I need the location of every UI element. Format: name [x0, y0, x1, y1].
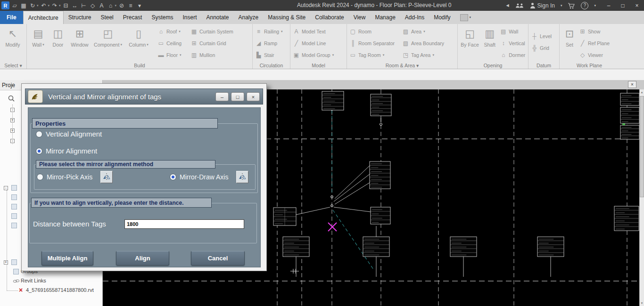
- tool-wall-opening[interactable]: ▤Wall: [500, 25, 526, 37]
- scroll-down-icon[interactable]: ▼: [640, 300, 644, 306]
- tool-model-line[interactable]: ╱Model Line: [293, 37, 343, 49]
- dialog-minimize-button[interactable]: –: [215, 92, 229, 101]
- radio-unselected-icon[interactable]: [36, 131, 42, 137]
- tab-manage[interactable]: Manage: [370, 11, 400, 24]
- radio-selected-icon[interactable]: [170, 174, 176, 180]
- tool-tag-room[interactable]: ▭Tag Room▾: [349, 49, 400, 61]
- tool-area-boundary[interactable]: ▧Area Boundary: [402, 37, 451, 49]
- tool-ref-plane[interactable]: ╱Ref Plane: [579, 37, 612, 49]
- tool-tag-area[interactable]: ◳Tag Area▾: [402, 49, 451, 61]
- measure-icon[interactable]: ↔: [71, 1, 79, 9]
- scrollbar-thumb[interactable]: [640, 96, 644, 197]
- radio-unselected-icon[interactable]: [37, 174, 43, 180]
- tool-dormer[interactable]: ⌂Dormer: [500, 49, 526, 61]
- tab-architecture[interactable]: Architecture: [23, 11, 64, 24]
- back-arrow-icon[interactable]: ◀: [506, 3, 509, 8]
- dimension-icon[interactable]: ⊢: [80, 1, 88, 9]
- cancel-button[interactable]: Cancel: [191, 251, 245, 266]
- tab-precast[interactable]: Precast: [118, 11, 147, 24]
- align-button[interactable]: Align: [116, 251, 169, 266]
- tab-annotate[interactable]: Annotate: [201, 11, 233, 24]
- mirror-pick-axis-option[interactable]: Mirror-Pick Axis: [37, 171, 113, 183]
- tool-ramp[interactable]: ◢Ramp: [255, 37, 288, 49]
- tool-curtain-grid[interactable]: ⊞Curtain Grid: [190, 37, 238, 49]
- radio-selected-icon[interactable]: [36, 148, 42, 154]
- cart-icon[interactable]: [568, 2, 575, 9]
- distance-input[interactable]: [124, 219, 244, 229]
- revit-app-icon[interactable]: R: [1, 1, 9, 9]
- save-icon[interactable]: ▦: [20, 1, 27, 9]
- tool-model-text[interactable]: AModel Text: [293, 25, 343, 37]
- tool-modify[interactable]: ↖ Modify: [2, 25, 23, 48]
- tab-analyze[interactable]: Analyze: [234, 11, 264, 24]
- tab-insert[interactable]: Insert: [178, 11, 201, 24]
- tag-icon[interactable]: ◇: [89, 1, 97, 9]
- section-icon[interactable]: ⊘: [118, 1, 125, 9]
- tab-collaborate[interactable]: Collaborate: [310, 11, 348, 24]
- tool-show[interactable]: ⊞Show: [579, 25, 612, 37]
- tool-room[interactable]: ▢Room: [349, 25, 400, 37]
- close-button[interactable]: ×: [630, 0, 644, 11]
- multiple-align-button[interactable]: Multiple Align: [41, 251, 93, 266]
- chevron-down-icon[interactable]: ▾: [561, 4, 562, 8]
- ribbon-options-icon[interactable]: ▾: [460, 11, 471, 24]
- tool-ceiling[interactable]: ▭Ceiling: [157, 37, 189, 49]
- tool-room-separator[interactable]: ║Room Separator: [349, 37, 400, 49]
- 3d-view-icon[interactable]: ⌂: [107, 1, 115, 9]
- tool-stair[interactable]: ▙Stair: [255, 49, 288, 61]
- tool-area[interactable]: ▨Area▾: [402, 25, 451, 37]
- mirror-draw-axis-option[interactable]: Mirror-Draw Axis: [170, 171, 248, 183]
- tab-file[interactable]: File: [0, 11, 23, 24]
- tab-steel[interactable]: Steel: [96, 11, 118, 24]
- open-icon[interactable]: ▱: [11, 1, 18, 9]
- vertical-scrollbar[interactable]: ▲ ▼: [639, 89, 644, 306]
- tab-add-ins[interactable]: Add-Ins: [400, 11, 429, 24]
- users-icon[interactable]: [515, 3, 524, 8]
- tool-column[interactable]: ▯ Column▾: [125, 25, 152, 48]
- tool-shaft[interactable]: ▥ Shaft: [481, 25, 498, 48]
- dialog-titlebar[interactable]: Vertical and Mirror alignment of tags – …: [25, 89, 263, 105]
- close-view-icon[interactable]: ×: [628, 81, 636, 88]
- mirror-draw-axis-icon[interactable]: [236, 171, 248, 183]
- tool-mullion[interactable]: ▥Mullion: [190, 49, 238, 61]
- search-icon[interactable]: [8, 95, 15, 102]
- customize-toolbar-icon[interactable]: ▾: [136, 1, 143, 9]
- sign-in-button[interactable]: Sign In: [530, 2, 555, 9]
- tool-roof[interactable]: ⌂Roof▾: [157, 25, 189, 37]
- tool-vertical-opening[interactable]: ↕Vertical: [500, 37, 526, 49]
- redo-icon[interactable]: ↷: [51, 1, 58, 9]
- panel-label-room-area[interactable]: Room & Area ▾: [347, 63, 457, 68]
- tool-window[interactable]: ⊞ Window: [69, 25, 91, 48]
- thin-lines-icon[interactable]: ≡: [127, 1, 134, 9]
- sync-icon[interactable]: ↻: [29, 1, 36, 9]
- print-icon[interactable]: ⊟: [62, 1, 70, 9]
- tree-expander[interactable]: +: [4, 260, 8, 265]
- dialog-close-button[interactable]: ×: [247, 92, 260, 101]
- tab-structure[interactable]: Structure: [64, 11, 96, 24]
- vertical-alignment-option[interactable]: Vertical Alignment: [36, 130, 102, 138]
- tool-set[interactable]: ⊡ Set: [562, 25, 577, 48]
- tool-level[interactable]: ┼Level: [531, 30, 556, 42]
- tool-grid[interactable]: ╬Grid: [531, 42, 556, 54]
- tool-by-face[interactable]: ◱ By Face: [460, 25, 479, 48]
- tool-curtain-system[interactable]: ▦Curtain System: [190, 25, 238, 37]
- tool-component[interactable]: ◰ Component▾: [92, 25, 124, 48]
- tab-massing-site[interactable]: Massing & Site: [263, 11, 310, 24]
- tree-expander[interactable]: -: [4, 186, 8, 190]
- text-icon[interactable]: A: [98, 1, 106, 9]
- undo-icon[interactable]: ↶: [40, 1, 48, 9]
- tab-view[interactable]: View: [349, 11, 371, 24]
- tool-model-group[interactable]: ▣Model Group▾: [293, 49, 343, 61]
- tool-floor[interactable]: ▬Floor▾: [157, 49, 189, 61]
- tool-railing[interactable]: ≡Railing▾: [255, 25, 288, 37]
- dialog-maximize-button[interactable]: □: [231, 92, 244, 101]
- mirror-pick-axis-icon[interactable]: [100, 171, 113, 183]
- chevron-down-icon[interactable]: ▾: [594, 4, 596, 8]
- help-icon[interactable]: ?: [581, 2, 588, 9]
- panel-label-select[interactable]: Select ▾: [0, 63, 26, 68]
- tool-viewer[interactable]: ◇Viewer: [579, 49, 612, 61]
- scroll-up-icon[interactable]: ▲: [640, 89, 644, 95]
- minimize-button[interactable]: –: [602, 0, 616, 11]
- tool-wall[interactable]: ▤ Wall▾: [29, 25, 47, 48]
- tab-modify[interactable]: Modify: [429, 11, 455, 24]
